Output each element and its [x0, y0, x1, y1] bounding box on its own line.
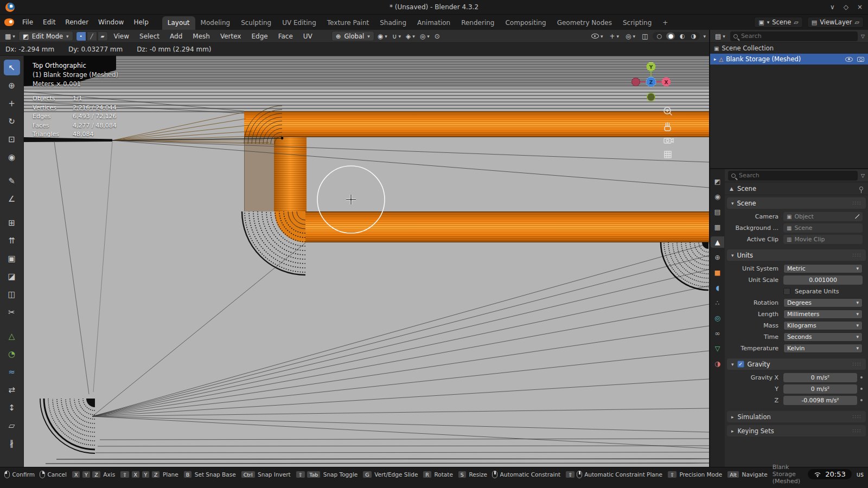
pan-hand-button[interactable]	[665, 123, 671, 131]
tool-edge-slide[interactable]: ⇄	[4, 382, 20, 397]
outliner-row-scene-collection[interactable]: ▣ Scene Collection	[710, 43, 868, 54]
gizmos-dropdown[interactable]: + ▾	[608, 33, 621, 40]
camera-id-field[interactable]: ▣ Object	[783, 212, 863, 221]
viewport-3d[interactable]: Top Orthographic (1) Blank Storage (Mesh…	[0, 56, 709, 467]
viewport-canvas[interactable]	[24, 56, 709, 467]
selected-vertex[interactable]	[281, 137, 284, 140]
snap-target-dropdown[interactable]: ◈ ▾	[404, 33, 417, 40]
tab-physics[interactable]: ◎	[711, 312, 724, 324]
menu-select[interactable]: Select	[135, 31, 164, 41]
filter-icon[interactable]: ▽	[861, 34, 865, 39]
length-units-dropdown[interactable]: Millimeters ▾	[783, 310, 863, 319]
panel-keying-sets-collapsed[interactable]: ▸ Keying Sets ∷∷	[727, 425, 866, 436]
transform-orientation-dropdown[interactable]: ⊕ Global ▾	[331, 31, 374, 41]
menu-vertex[interactable]: Vertex	[216, 31, 246, 41]
tool-shear[interactable]: ▱	[4, 418, 20, 433]
outliner-search-input[interactable]	[741, 33, 854, 40]
tool-select-box[interactable]: ↖	[4, 60, 20, 75]
gravity-y-field[interactable]: 0 m/s²	[783, 384, 857, 394]
camera-view-button[interactable]	[664, 138, 673, 143]
panel-units-header[interactable]: ▾ Units ∷∷	[727, 249, 866, 261]
keyframe-dot-icon[interactable]	[860, 376, 863, 378]
menu-render[interactable]: Render	[60, 16, 93, 28]
copy-viewlayer-icon[interactable]: ▱	[855, 19, 859, 26]
menu-mesh[interactable]: Mesh	[188, 31, 214, 41]
tool-smooth[interactable]: ≈	[4, 364, 20, 380]
shading-rendered-button[interactable]: ◑	[689, 33, 698, 40]
workspace-tab-animation[interactable]: Animation	[412, 16, 456, 30]
keyframe-dot-icon[interactable]	[860, 399, 863, 401]
tool-move[interactable]: +	[4, 95, 20, 111]
tool-rip-region[interactable]: ∦	[4, 435, 20, 451]
panel-scene-header[interactable]: ▾ Scene ∷∷	[727, 197, 866, 209]
tool-inset-faces[interactable]: ▣	[4, 251, 20, 266]
workspace-tab-rendering[interactable]: Rendering	[456, 16, 500, 30]
tool-cursor[interactable]: ⊕	[4, 78, 20, 93]
tool-poly-build[interactable]: △	[4, 328, 20, 344]
workspace-add-button[interactable]: +	[657, 16, 673, 30]
menu-face[interactable]: Face	[274, 31, 297, 41]
properties-filter-icon[interactable]: ▽	[861, 173, 865, 178]
workspace-tab-modeling[interactable]: Modeling	[195, 16, 236, 30]
tab-render[interactable]: ◉	[711, 191, 724, 202]
pivot-point-dropdown[interactable]: ◉ ▾	[376, 33, 389, 40]
menu-file[interactable]: File	[17, 16, 38, 28]
overlays-dropdown[interactable]: ◎ ▾	[624, 33, 637, 40]
mode-dropdown[interactable]: ◩ Edit Mode ▾	[18, 31, 73, 41]
unit-scale-field[interactable]: 0.001000	[783, 275, 863, 285]
visibility-dropdown[interactable]: ▾	[590, 34, 605, 39]
tab-scene[interactable]: ▲	[711, 236, 724, 248]
unit-system-dropdown[interactable]: Metric ▾	[783, 264, 863, 273]
properties-search[interactable]	[728, 171, 858, 181]
temperature-units-dropdown[interactable]: Kelvin ▾	[783, 344, 863, 353]
tool-measure[interactable]: ∠	[4, 191, 20, 207]
active-clip-field[interactable]: ▥ Movie Clip	[783, 235, 863, 244]
window-minimize-button[interactable]: ∨	[830, 3, 835, 11]
gravity-x-field[interactable]: 0 m/s²	[783, 373, 857, 382]
menu-window[interactable]: Window	[93, 16, 129, 28]
gravity-z-field[interactable]: -0.0098 m/s²	[783, 396, 857, 405]
tool-rotate[interactable]: ↻	[4, 113, 20, 129]
window-maximize-button[interactable]: ◇	[844, 3, 848, 11]
tab-object[interactable]: ■	[711, 267, 724, 278]
face-select-mode-button[interactable]: ▰	[98, 31, 108, 41]
tool-shrink-fatten[interactable]: ↕	[4, 400, 20, 415]
proportional-falloff-button[interactable]: ⊙	[433, 33, 442, 40]
tab-output[interactable]: ▤	[711, 206, 724, 217]
workspace-tab-geometry-nodes[interactable]: Geometry Nodes	[552, 16, 617, 30]
disable-render-camera-icon[interactable]	[857, 57, 864, 62]
keyboard-layout-indicator[interactable]: us	[857, 471, 864, 478]
viewlayer-selector[interactable]: ▤ ViewLayer ▱	[807, 17, 864, 28]
workspace-tab-layout[interactable]: Layout	[162, 16, 195, 30]
menu-add[interactable]: Add	[165, 31, 187, 41]
gizmo-x-neg-axis[interactable]	[632, 78, 640, 86]
mass-units-dropdown[interactable]: Kilograms ▾	[783, 321, 863, 330]
shading-material-button[interactable]: ◐	[678, 33, 686, 40]
system-clock[interactable]: 20:53	[808, 469, 851, 479]
tool-transform[interactable]: ◉	[4, 149, 20, 165]
tab-view-layer[interactable]: ▦	[711, 221, 724, 233]
tool-add-cube[interactable]: ⊞	[4, 215, 20, 230]
new-scene-icon[interactable]: ▱	[794, 19, 798, 26]
background-scene-field[interactable]: ▦ Scene	[783, 223, 863, 233]
tab-tool[interactable]: ◩	[711, 176, 724, 187]
menu-edge[interactable]: Edge	[247, 31, 272, 41]
tool-annotate[interactable]: ✎	[4, 173, 20, 189]
rotation-units-dropdown[interactable]: Degrees ▾	[783, 298, 863, 307]
edge-select-mode-button[interactable]: ╱	[87, 31, 97, 41]
workspace-tab-uv-editing[interactable]: UV Editing	[277, 16, 322, 30]
scene-selector[interactable]: ▣ ▾ Scene ▱	[754, 17, 802, 28]
panel-gravity-header[interactable]: ▾ ✓ Gravity ∷∷	[727, 358, 866, 370]
keyframe-dot-icon[interactable]	[860, 388, 863, 390]
workspace-tab-texture-paint[interactable]: Texture Paint	[322, 16, 374, 30]
tab-constraints[interactable]: ∞	[711, 328, 724, 339]
blender-menu-icon[interactable]	[4, 18, 14, 26]
workspace-tab-shading[interactable]: Shading	[374, 16, 412, 30]
shading-options-chevron-icon[interactable]: ▾	[703, 34, 706, 39]
menu-edit[interactable]: Edit	[38, 16, 60, 28]
hide-viewport-eye-icon[interactable]	[845, 57, 853, 62]
workspace-tab-sculpting[interactable]: Sculpting	[235, 16, 277, 30]
menu-uv[interactable]: UV	[299, 31, 317, 41]
separate-units-checkbox[interactable]	[783, 288, 790, 295]
tool-extrude-region[interactable]: ⇈	[4, 233, 20, 248]
